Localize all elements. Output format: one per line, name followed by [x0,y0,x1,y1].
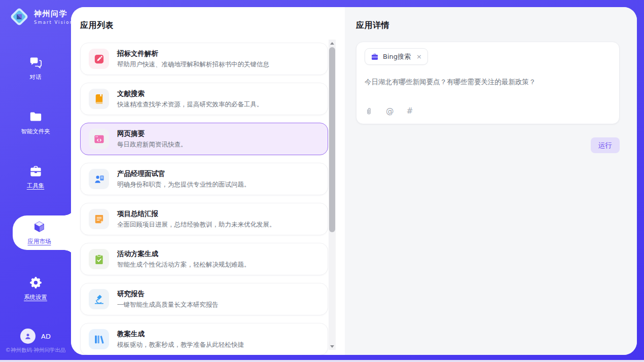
sidebar-item-toolset[interactable]: 工具集 [0,161,71,193]
user-profile[interactable]: AD [0,329,71,344]
gear-icon [29,276,43,289]
briefcase-icon [371,53,379,61]
app-card-title: 网页摘要 [117,129,187,138]
tool-chip-label: Bing搜索 [383,52,411,61]
brand-subtitle: Smart Vision [34,20,74,25]
hash-icon[interactable]: # [407,107,413,116]
sidebar-item-app-market[interactable]: 应用市场 [13,215,71,250]
sidebar-item-chat[interactable]: 对话 [0,53,71,84]
folder-icon [29,110,43,124]
microscope-icon [89,289,109,309]
run-button[interactable]: 运行 [591,137,620,153]
book-icon [89,89,109,109]
composer-toolbar: @ # [365,107,611,116]
prompt-input[interactable]: 今日湖北有哪些新闻要点？有哪些需要关注的最新政策？ [365,78,611,107]
attachment-icon[interactable] [365,107,373,116]
close-icon[interactable]: × [416,53,422,60]
main-content: 应用列表 招标文件解析 帮助用户快速、准确地理解和解析招标书中的关键信息 文献搜… [71,7,637,355]
sidebar-item-label: 系统设置 [24,294,47,301]
sidebar-item-smart-folder[interactable]: 智能文件夹 [0,107,71,138]
sidebar-nav: 对话 智能文件夹 工具集 应用市场 系统设置 [0,53,71,304]
sidebar-item-settings[interactable]: 系统设置 [0,273,71,304]
toolbox-icon [29,164,43,178]
app-card-desc: 智能生成个性化活动方案，轻松解决规划难题。 [117,261,251,269]
brand-name: 神州问学 [34,9,74,19]
books-icon [89,329,109,349]
scrollbar-thumb[interactable] [329,47,335,232]
app-card-research-report[interactable]: 研究报告 一键智能生成高质量长文本研究报告 [80,283,328,315]
app-cards: 招标文件解析 帮助用户快速、准确地理解和解析招标书中的关键信息 文献搜索 快速精… [80,43,328,355]
app-card-desc: 快速精准查找学术资源，提高研究效率的必备工具。 [117,100,263,109]
app-card-title: 活动方案生成 [117,249,251,259]
sidebar-item-label: 对话 [30,74,42,81]
brand-diamond-icon [8,6,30,28]
app-card-title: 教案生成 [117,330,244,339]
tool-chip-bing-search[interactable]: Bing搜索 × [365,48,428,65]
app-card-desc: 模板驱动，教案秒成，教学准备从此轻松快捷 [117,341,244,349]
triangle-up-icon [330,42,334,45]
app-card-desc: 帮助用户快速、准确地理解和解析招标书中的关键信息 [117,60,269,69]
app-card-title: 研究报告 [117,289,219,299]
app-card-title: 文献搜索 [117,89,263,98]
browser-code-icon [89,129,109,149]
cube-icon [32,220,46,234]
app-detail-panel: 应用详情 Bing搜索 × 今日湖北有哪些新闻要点？有哪些需要关注的最新政策？ … [345,7,637,355]
app-card-bid-parse[interactable]: 招标文件解析 帮助用户快速、准确地理解和解析招标书中的关键信息 [80,43,328,75]
triangle-down-icon [330,345,334,348]
app-card-desc: 每日政府新闻资讯快查。 [117,140,187,149]
note-icon [89,209,109,229]
scroll-up-button[interactable] [329,40,336,47]
app-list-title: 应用列表 [80,20,114,31]
sidebar-item-label: 应用市场 [28,238,51,245]
sidebar: 神州问学 Smart Vision 对话 智能文件夹 工具集 应用市场 系统设置… [0,0,71,360]
list-scrollbar[interactable] [329,40,336,350]
app-card-lesson-plan[interactable]: 教案生成 模板驱动，教案秒成，教学准备从此轻松快捷 [80,323,328,355]
pen-square-icon [89,49,109,69]
app-card-desc: 明确身份和职责，为您提供专业性的面试问题。 [117,180,251,189]
user-name: AD [41,333,51,340]
app-card-literature-search[interactable]: 文献搜索 快速精准查找学术资源，提高研究效率的必备工具。 [80,83,328,115]
sidebar-item-label: 工具集 [27,182,45,190]
scroll-down-button[interactable] [329,343,336,350]
person-icon [20,329,35,344]
app-card-pm-interviewer[interactable]: 产品经理面试官 明确身份和职责，为您提供专业性的面试问题。 [80,163,328,195]
app-card-title: 招标文件解析 [117,49,269,58]
interviewer-icon [89,169,109,189]
app-card-web-digest[interactable]: 网页摘要 每日政府新闻资讯快查。 [80,123,328,155]
app-card-event-plan[interactable]: 活动方案生成 智能生成个性化活动方案，轻松解决规划难题。 [80,243,328,275]
brand-logo: 神州问学 Smart Vision [8,6,74,28]
prompt-card[interactable]: Bing搜索 × 今日湖北有哪些新闻要点？有哪些需要关注的最新政策？ @ # [356,42,620,124]
app-list-panel: 应用列表 招标文件解析 帮助用户快速、准确地理解和解析招标书中的关键信息 文献搜… [71,7,345,355]
clipboard-check-icon [89,249,109,269]
app-card-title: 项目总结汇报 [117,209,276,219]
app-card-title: 产品经理面试官 [117,169,251,178]
mention-icon[interactable]: @ [386,107,394,116]
app-card-desc: 全面回顾项目进展，总结经验教训，助力未来优化发展。 [117,221,276,229]
app-card-project-summary[interactable]: 项目总结汇报 全面回顾项目进展，总结经验教训，助力未来优化发展。 [80,203,328,235]
app-card-desc: 一键智能生成高质量长文本研究报告 [117,301,219,309]
copyright-footer: ©神州数码·神州问学出品 [0,347,71,354]
chat-icon [29,56,43,69]
app-detail-title: 应用详情 [356,20,389,31]
sidebar-item-label: 智能文件夹 [21,128,50,135]
